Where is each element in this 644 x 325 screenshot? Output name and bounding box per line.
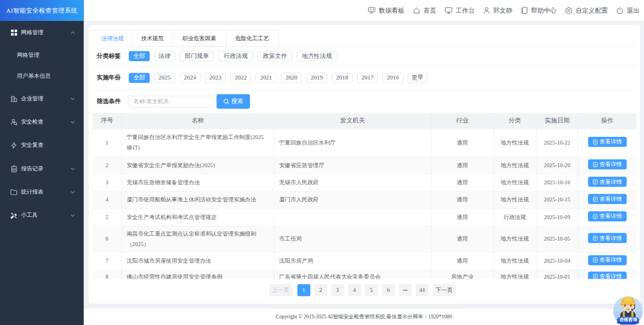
- svg-text:在线咨询: 在线咨询: [619, 317, 637, 322]
